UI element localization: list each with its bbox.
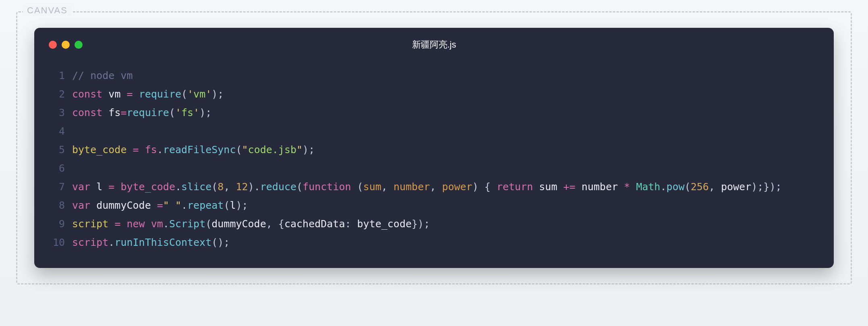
token-comma: ,	[381, 178, 387, 196]
token-paren: (	[169, 104, 175, 122]
token-paren: (	[211, 178, 218, 196]
token-paren: )	[199, 104, 205, 122]
token-identifier: l	[230, 196, 236, 215]
token-identifier: script	[72, 215, 108, 233]
token-quote: "	[175, 196, 181, 215]
token-space	[618, 178, 624, 196]
token-quote: "	[242, 141, 248, 159]
token-identifier: script	[72, 233, 108, 252]
token-paren: (	[181, 85, 187, 104]
token-keyword: new	[127, 215, 145, 233]
code-line: 6	[49, 159, 819, 178]
token-space	[102, 178, 108, 196]
token-number: 12	[236, 178, 248, 196]
token-identifier: byte_code	[72, 141, 126, 159]
token-keyword: return	[497, 178, 533, 196]
token-semi: ;	[309, 141, 315, 159]
token-identifier: sum	[539, 178, 557, 196]
canvas-frame: CANVAS 新疆阿亮.js 1 // node vm 2 const vm =…	[16, 11, 852, 284]
token-identifier: fs	[145, 141, 157, 159]
token-space	[351, 215, 357, 233]
token-space	[120, 85, 126, 104]
token-space	[479, 178, 485, 196]
token-paren: )	[418, 215, 424, 233]
token-dot: .	[108, 233, 114, 252]
token-param: sum	[363, 178, 381, 196]
code-line: 1 // node vm	[49, 66, 819, 85]
token-quote: "	[296, 141, 302, 159]
token-paren: (	[205, 215, 211, 233]
token-string: code.jsb	[248, 141, 296, 159]
token-space	[715, 178, 721, 196]
token-keyword: var	[72, 178, 90, 196]
token-comma: ,	[266, 215, 272, 233]
token-dot: .	[175, 178, 181, 196]
token-space	[272, 215, 278, 233]
code-line: 8 var dummyCode =" ".repeat(l);	[49, 196, 819, 215]
code-line: 9 script = new vm.Script(dummyCode, {cac…	[49, 215, 819, 233]
canvas-label: CANVAS	[23, 5, 72, 16]
token-identifier: dummyCode	[211, 215, 266, 233]
token-space	[576, 178, 582, 196]
token-identifier: byte_code	[357, 215, 412, 233]
token-identifier: number	[582, 178, 618, 196]
line-number: 4	[49, 122, 65, 141]
line-number: 10	[49, 233, 65, 252]
token-param: power	[442, 178, 472, 196]
code-line: 3 const fs=require('fs');	[49, 104, 819, 122]
window-titlebar: 新疆阿亮.js	[49, 39, 819, 50]
code-line: 7 var l = byte_code.slice(8, 12).reduce(…	[49, 178, 819, 196]
token-space	[557, 178, 563, 196]
token-comma: ,	[430, 178, 436, 196]
token-identifier: fs	[108, 104, 120, 122]
code-line: 10 script.runInThisContext();	[49, 233, 819, 252]
token-paren: (	[224, 196, 230, 215]
token-comment: // node vm	[72, 66, 133, 85]
token-semi: ;	[205, 104, 211, 122]
window-title: 新疆阿亮.js	[49, 39, 819, 51]
token-space	[102, 85, 108, 104]
token-space	[120, 215, 126, 233]
token-space	[491, 178, 497, 196]
token-comma: ,	[224, 178, 230, 196]
token-paren: )	[769, 178, 775, 196]
token-paren: (	[685, 178, 691, 196]
token-paren: (	[211, 233, 218, 252]
line-number: 3	[49, 104, 65, 122]
token-space	[102, 104, 108, 122]
token-space	[436, 178, 442, 196]
token-paren: )	[751, 178, 757, 196]
token-operator: *	[624, 178, 630, 196]
token-semi: ;	[224, 233, 230, 252]
token-space	[139, 141, 145, 159]
token-paren: (	[236, 141, 242, 159]
code-area[interactable]: 1 // node vm 2 const vm = require('vm');…	[49, 66, 819, 252]
token-operator: =	[108, 178, 114, 196]
line-number: 2	[49, 85, 65, 104]
token-space	[90, 196, 96, 215]
token-space	[533, 178, 539, 196]
token-identifier: Math	[636, 178, 660, 196]
token-paren: (	[357, 178, 363, 196]
token-keyword: function	[302, 178, 351, 196]
token-space	[151, 196, 157, 215]
token-keyword: const	[72, 104, 102, 122]
token-function: reduce	[260, 178, 296, 196]
token-identifier: dummyCode	[96, 196, 151, 215]
code-line: 5 byte_code = fs.readFileSync("code.jsb"…	[49, 141, 819, 159]
token-space	[114, 178, 120, 196]
token-function: slice	[181, 178, 211, 196]
token-keyword: const	[72, 85, 102, 104]
token-paren: (	[296, 178, 302, 196]
token-identifier: l	[96, 178, 102, 196]
token-quote: '	[187, 85, 193, 104]
token-identifier: power	[721, 178, 751, 196]
line-number: 9	[49, 215, 65, 233]
token-string: fs	[181, 104, 193, 122]
code-line: 4	[49, 122, 819, 141]
token-paren: )	[248, 178, 254, 196]
token-dot: .	[163, 215, 169, 233]
token-property: cachedData	[284, 215, 345, 233]
token-function: require	[139, 85, 181, 104]
token-space	[351, 178, 357, 196]
